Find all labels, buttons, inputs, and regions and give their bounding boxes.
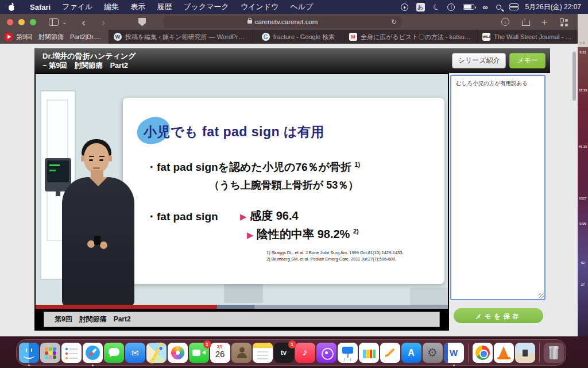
notification-badge: 1 (288, 340, 296, 348)
dock-numbers-icon[interactable] (359, 343, 379, 363)
menu-edit[interactable]: 編集 (104, 2, 119, 12)
dock-music-icon[interactable]: ♪ (295, 343, 315, 363)
dock-desktop-folder-icon[interactable] (515, 343, 535, 363)
tab-wordpress[interactable]: W 投稿を編集 ‹ 錬キン術研究所 — WordPress (109, 30, 253, 44)
control-center-icon[interactable] (509, 3, 517, 10)
screen: Safari ファイル 編集 表示 履歴 ブックマーク ウインドウ ヘルプ あ … (0, 0, 588, 368)
dock-keynote-icon[interactable] (338, 343, 358, 363)
dock-podcasts-icon[interactable] (316, 343, 336, 363)
desktop-file-icon: 27 (578, 283, 587, 286)
desktop-fragment: ット (579, 40, 587, 45)
dock-vlc-icon[interactable] (494, 343, 514, 363)
downloads-icon[interactable]: ↓ (501, 18, 509, 26)
battery-icon[interactable] (463, 4, 474, 10)
memo-toggle-button[interactable]: メモー (509, 53, 546, 68)
video-progress-bar[interactable] (36, 305, 448, 309)
desktop-fragment: 0.06 (579, 222, 586, 225)
episode-label-box: 第9回 肘関節痛 Part2 (44, 312, 440, 327)
menu-bookmarks[interactable]: ブックマーク (183, 2, 229, 12)
gmail-favicon: M (349, 33, 357, 41)
video-player: 小児でも fat pad sign は有用 ・fat pad signを認めた小… (34, 73, 449, 331)
slide-bullet-1-sub: （うち上腕骨顆上骨折が 53％） (209, 178, 358, 192)
privacy-shield-icon[interactable] (138, 18, 146, 26)
dock-photos-icon[interactable] (168, 343, 188, 363)
link-icon[interactable]: ∞ (482, 3, 488, 12)
back-button[interactable]: ‹ (82, 17, 85, 28)
dock-contacts-icon[interactable] (231, 343, 252, 363)
slide-reference-1: 1) Skaggs DL, et al. J Bone Joint Surg A… (266, 250, 403, 255)
tab-carenet-active[interactable]: 第9回 肘関節痛 Part2|Dr.増井の骨折ハン… (0, 30, 109, 44)
slide-bullet-2: ・fat pad sign (146, 209, 218, 224)
menu-window[interactable]: ウインドウ (241, 2, 279, 12)
background-window-edge: ット (578, 14, 588, 47)
address-bar[interactable]: carenetv.carenet.com ↻ (164, 16, 401, 28)
reload-icon[interactable]: ↻ (391, 18, 397, 26)
share-icon[interactable] (522, 18, 529, 26)
dock-notes-icon[interactable] (253, 343, 273, 363)
dock-tv-icon[interactable]: 1tv (274, 343, 294, 363)
menu-view[interactable]: 表示 (130, 2, 145, 12)
now-playing-icon[interactable] (401, 3, 408, 11)
tab-overview-icon[interactable] (560, 18, 567, 26)
progress-buffered (217, 305, 254, 309)
forward-button[interactable]: › (102, 17, 105, 28)
dock-reminders-icon[interactable] (61, 343, 82, 363)
close-window-button[interactable] (7, 19, 13, 25)
dock-trash-icon[interactable] (544, 343, 564, 363)
slide-reference-2: 2) Blumberg SM, et al. Pediatr Emerg Car… (266, 256, 396, 262)
dock-messages-icon[interactable] (104, 343, 124, 363)
zoom-window-button[interactable] (30, 19, 36, 25)
wordpress-favicon: W (114, 33, 122, 41)
info-icon[interactable]: i (447, 3, 455, 11)
running-indicator (92, 365, 94, 366)
page-scrollbar-thumb[interactable] (572, 52, 576, 101)
video-header: Dr.増井の骨折ハンティング − 第9回 肘関節痛 Part2 シリーズ紹介 メ… (34, 48, 550, 73)
apple-menu-icon[interactable] (8, 3, 15, 11)
menu-bar-clock[interactable]: 5月26日(金) 22:07 (525, 2, 581, 12)
memo-textarea[interactable]: むしろ小児の方が有用説ある (450, 75, 546, 300)
new-tab-icon[interactable]: + (541, 17, 547, 27)
dock-app-store-icon[interactable]: A (401, 343, 421, 363)
player-bottom-bar: 第9回 肘関節痛 Part2 (36, 309, 448, 329)
slide-title: 小児でも fat pad sign は有用 (144, 123, 324, 141)
dock-chrome-icon[interactable] (473, 343, 493, 363)
tab-gmail[interactable]: M 全身に広がるビスト〇の方法 - katsuya.ryotar… (345, 30, 478, 44)
bullet1-text: ・fat pad signを認めた小児の76％が骨折 (146, 161, 351, 173)
menu-safari[interactable]: Safari (30, 3, 51, 12)
dock-pages-icon[interactable] (380, 343, 400, 363)
video-surface[interactable]: 小児でも fat pad sign は有用 ・fat pad signを認めた小… (36, 74, 448, 305)
focus-moon-icon[interactable]: ☾ (432, 2, 441, 12)
dock-safari-icon[interactable] (83, 343, 103, 363)
wsj-favicon: WSJ (482, 33, 490, 41)
textarea-resize-grip[interactable] (539, 293, 544, 298)
dock-launchpad-icon[interactable] (40, 343, 60, 363)
input-source-icon[interactable]: あ (416, 3, 425, 12)
tab-google-search[interactable]: G fracture - Google 検索 (253, 30, 345, 44)
presenter (52, 139, 146, 305)
dock-maps-icon[interactable] (146, 343, 167, 363)
menu-bar: Safari ファイル 編集 表示 履歴 ブックマーク ウインドウ ヘルプ あ … (0, 0, 588, 14)
stat2-ref-mark: 2) (353, 228, 359, 235)
tab-wsj[interactable]: WSJ The Wall Street Journal - Breaking N… (478, 30, 578, 44)
spotlight-icon[interactable] (496, 5, 501, 10)
menu-file[interactable]: ファイル (62, 2, 92, 12)
dock-calendar-icon[interactable]: 5月 26 (210, 343, 230, 363)
episode-title: − 第9回 肘関節痛 Part2 (42, 61, 128, 71)
google-favicon: G (262, 33, 270, 41)
minimize-window-button[interactable] (18, 19, 25, 25)
dock-finder-icon[interactable] (19, 343, 39, 363)
lock-icon (247, 20, 252, 24)
dock-mail-icon[interactable]: ✉ (125, 343, 145, 363)
running-indicator (453, 365, 455, 366)
chevron-down-icon[interactable]: ⌄ (62, 19, 67, 25)
menu-help[interactable]: ヘルプ (290, 2, 313, 12)
memo-save-button[interactable]: メモを保存 (454, 308, 543, 323)
sidebar-icon[interactable] (49, 18, 59, 26)
dock-word-icon[interactable]: W (444, 343, 464, 363)
slide-stat-sensitivity: ▶ 感度 96.4 (240, 208, 299, 224)
notification-badge: 1 (203, 340, 211, 348)
series-intro-button[interactable]: シリーズ紹介 (452, 53, 506, 68)
dock-facetime-icon[interactable]: 1 (189, 343, 209, 363)
menu-history[interactable]: 履歴 (157, 2, 172, 12)
dock-system-settings-icon[interactable]: ⚙ (423, 343, 443, 363)
